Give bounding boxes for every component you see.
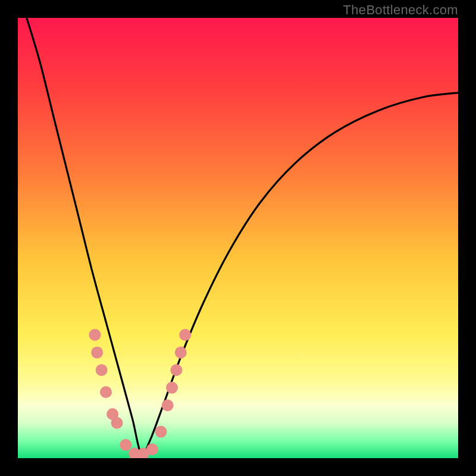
sample-dot — [170, 364, 182, 376]
sample-dots — [89, 329, 192, 458]
sample-dot — [111, 417, 123, 429]
sample-dot — [89, 329, 101, 341]
sample-dot — [162, 399, 174, 411]
chart-frame: TheBottleneck.com — [0, 0, 476, 476]
watermark-text: TheBottleneck.com — [343, 2, 458, 18]
bottleneck-curve — [27, 18, 458, 455]
sample-dot — [91, 346, 103, 358]
plot-area — [18, 18, 458, 458]
sample-dot — [175, 346, 187, 358]
sample-dot — [166, 382, 178, 394]
sample-dot — [100, 386, 112, 398]
sample-dot — [96, 364, 108, 376]
sample-dot — [120, 439, 131, 451]
sample-dot — [179, 329, 191, 341]
sample-dot — [155, 426, 167, 438]
sample-dot — [146, 443, 158, 455]
curve-layer — [18, 18, 458, 458]
